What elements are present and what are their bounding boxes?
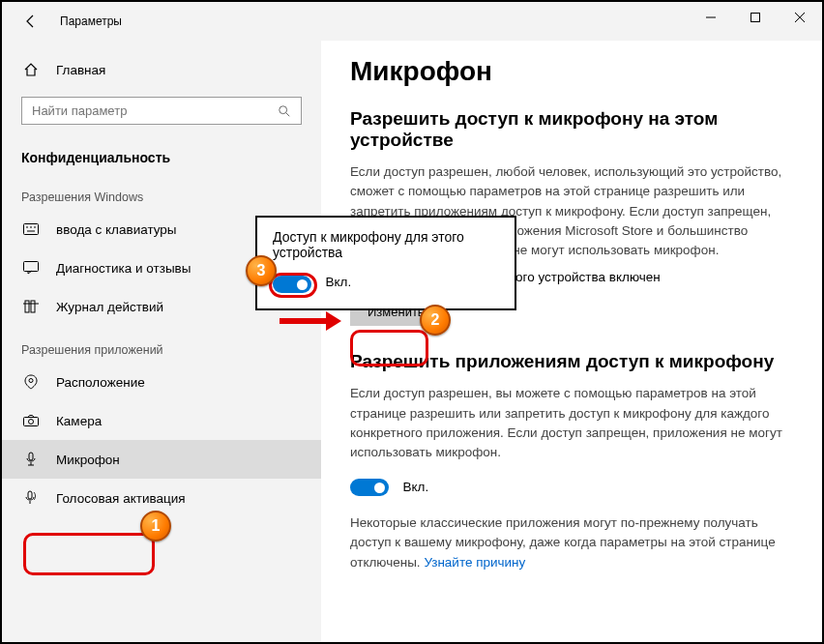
page-title: Микрофон bbox=[350, 56, 793, 87]
minimize-button[interactable] bbox=[689, 2, 733, 33]
search-icon bbox=[278, 104, 291, 118]
annotation-badge-2: 2 bbox=[420, 305, 451, 336]
svg-rect-19 bbox=[28, 491, 32, 499]
location-icon bbox=[21, 372, 41, 392]
arrow-left-icon bbox=[23, 14, 39, 29]
sidebar-subsection-windows: Разрешения Windows bbox=[2, 173, 321, 210]
minimize-icon bbox=[706, 13, 716, 22]
window-title: Параметры bbox=[60, 15, 122, 28]
sidebar-label: Журнал действий bbox=[56, 300, 163, 314]
svg-point-17 bbox=[29, 420, 34, 424]
apps-toggle[interactable] bbox=[350, 479, 389, 496]
svg-rect-12 bbox=[25, 301, 29, 312]
back-button[interactable] bbox=[21, 12, 41, 31]
section1-title: Разрешить доступ к микрофону на этом уст… bbox=[350, 108, 793, 151]
section2-note: Некоторые классические приложения могут … bbox=[350, 513, 793, 572]
sidebar-item-location[interactable]: Расположение bbox=[2, 363, 321, 401]
sidebar-item-microphone[interactable]: Микрофон bbox=[2, 440, 321, 479]
close-button[interactable] bbox=[778, 2, 822, 33]
sidebar-label: Микрофон bbox=[56, 453, 120, 467]
learn-more-link[interactable]: Узнайте причину bbox=[424, 555, 525, 570]
toggle-label: Вкл. bbox=[402, 481, 428, 495]
sidebar-home[interactable]: Главная bbox=[2, 50, 321, 89]
search-box[interactable] bbox=[21, 97, 302, 125]
annotation-badge-3: 3 bbox=[246, 255, 277, 286]
home-icon bbox=[21, 60, 41, 79]
sidebar-label: Камера bbox=[56, 414, 102, 428]
sidebar-item-camera[interactable]: Камера bbox=[2, 401, 321, 440]
svg-rect-11 bbox=[24, 262, 39, 272]
sidebar-section: Конфиденциальность bbox=[2, 132, 321, 173]
svg-rect-1 bbox=[751, 14, 760, 22]
search-input[interactable] bbox=[32, 103, 278, 118]
svg-rect-6 bbox=[24, 224, 39, 235]
svg-rect-13 bbox=[31, 301, 35, 312]
titlebar: Параметры bbox=[2, 2, 822, 41]
sidebar-label: ввода с клавиатуры bbox=[56, 222, 177, 237]
annotation-badge-1: 1 bbox=[140, 511, 171, 542]
feedback-icon bbox=[21, 258, 41, 278]
content-area: Микрофон Разрешить доступ к микрофону на… bbox=[321, 41, 822, 642]
svg-rect-16 bbox=[24, 418, 39, 426]
keyboard-icon bbox=[21, 220, 41, 239]
maximize-icon bbox=[750, 13, 760, 22]
camera-icon bbox=[21, 411, 41, 430]
svg-rect-18 bbox=[29, 453, 33, 460]
microphone-icon bbox=[21, 450, 41, 469]
sidebar-label: Диагностика и отзывы bbox=[56, 261, 191, 276]
popup-title: Доступ к микрофону для этого устройства bbox=[273, 229, 499, 260]
mic-access-popup: Доступ к микрофону для этого устройства … bbox=[255, 216, 516, 310]
maximize-button[interactable] bbox=[733, 2, 778, 33]
voice-icon bbox=[21, 488, 41, 508]
svg-line-5 bbox=[286, 112, 290, 116]
svg-point-15 bbox=[29, 379, 33, 383]
section2-title: Разрешить приложениям доступ к микрофону bbox=[350, 351, 793, 372]
toggle-label: Вкл. bbox=[325, 275, 351, 289]
sidebar-label: Голосовая активация bbox=[56, 491, 186, 506]
sidebar-label: Расположение bbox=[56, 375, 145, 390]
sidebar-subsection-apps: Разрешения приложений bbox=[2, 326, 321, 363]
sidebar: Главная Конфиденциальность Разрешения Wi… bbox=[2, 41, 321, 642]
sidebar-label: Главная bbox=[56, 63, 105, 77]
section2-desc: Если доступ разрешен, вы можете с помощь… bbox=[350, 384, 793, 462]
svg-point-4 bbox=[280, 105, 287, 113]
device-mic-toggle[interactable] bbox=[273, 276, 311, 293]
close-icon bbox=[795, 13, 805, 22]
history-icon bbox=[21, 297, 41, 316]
